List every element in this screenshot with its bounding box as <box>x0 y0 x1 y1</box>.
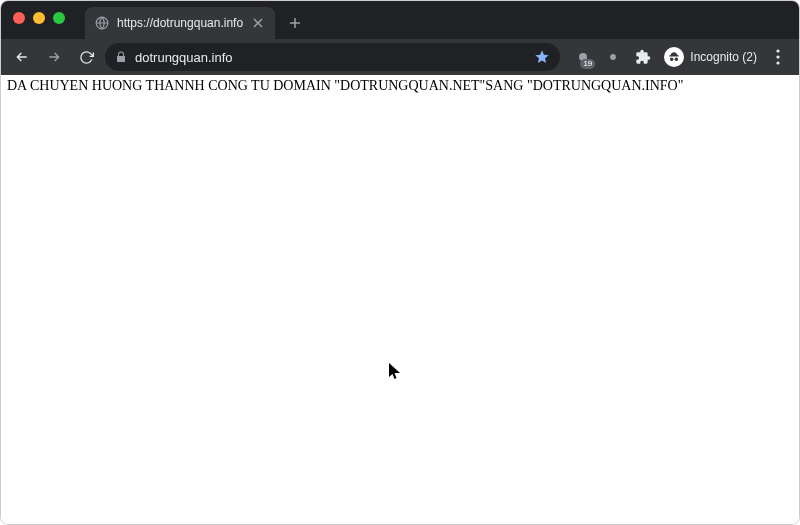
window-maximize-button[interactable] <box>53 12 65 24</box>
browser-menu-button[interactable] <box>765 44 791 70</box>
toolbar-right: 19 Incognito (2) <box>566 44 791 70</box>
toolbar: dotrungquan.info 19 Incognito (2) <box>1 39 799 75</box>
back-button[interactable] <box>9 44 35 70</box>
window-controls <box>13 12 65 24</box>
svg-point-5 <box>776 61 779 64</box>
body-text: DA CHUYEN HUONG THANNH CONG TU DOMAIN "D… <box>1 75 799 97</box>
window-minimize-button[interactable] <box>33 12 45 24</box>
bookmark-star-icon[interactable] <box>534 49 550 65</box>
tab-strip: https://dotrungquan.info <box>85 1 315 39</box>
window-close-button[interactable] <box>13 12 25 24</box>
svg-point-2 <box>610 54 616 60</box>
extension-badge: 19 <box>580 59 595 69</box>
tab-title: https://dotrungquan.info <box>117 16 243 30</box>
incognito-text: Incognito (2) <box>690 50 757 64</box>
forward-button[interactable] <box>41 44 67 70</box>
tab-close-button[interactable] <box>251 16 265 30</box>
mouse-cursor-icon <box>389 363 401 385</box>
svg-point-3 <box>776 49 779 52</box>
browser-tab[interactable]: https://dotrungquan.info <box>85 7 275 39</box>
incognito-icon <box>664 47 684 67</box>
lock-icon <box>115 51 127 63</box>
titlebar: https://dotrungquan.info <box>1 1 799 39</box>
page-content: DA CHUYEN HUONG THANNH CONG TU DOMAIN "D… <box>1 75 799 524</box>
svg-point-4 <box>776 55 779 58</box>
globe-icon <box>95 16 109 30</box>
extensions-puzzle-icon[interactable] <box>630 44 656 70</box>
extension-toggle-icon[interactable] <box>600 44 626 70</box>
extension-button[interactable]: 19 <box>570 44 596 70</box>
browser-window: https://dotrungquan.info dotrungquan.inf… <box>0 0 800 525</box>
url-text: dotrungquan.info <box>135 50 526 65</box>
reload-button[interactable] <box>73 44 99 70</box>
address-bar[interactable]: dotrungquan.info <box>105 43 560 71</box>
incognito-indicator[interactable]: Incognito (2) <box>660 47 761 67</box>
new-tab-button[interactable] <box>281 9 309 37</box>
